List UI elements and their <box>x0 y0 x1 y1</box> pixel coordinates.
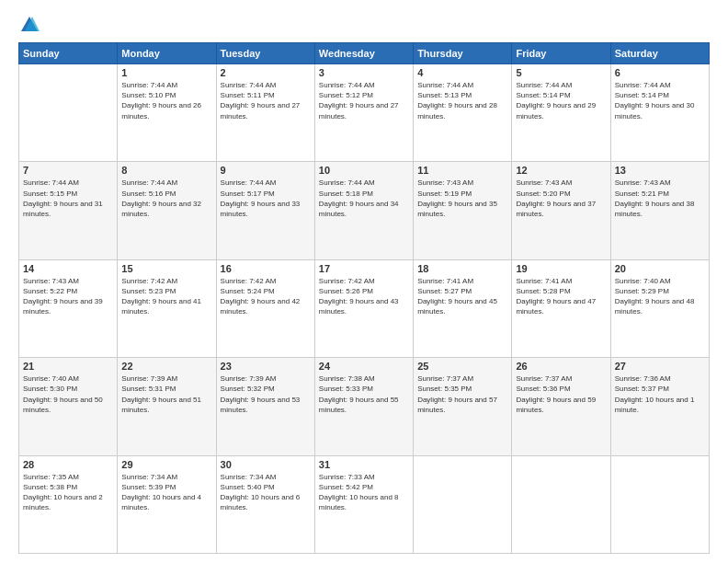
day-info: Sunrise: 7:44 AMSunset: 5:12 PMDaylight:… <box>319 80 409 121</box>
day-number: 9 <box>221 165 311 176</box>
day-number: 29 <box>121 459 211 470</box>
day-info: Sunrise: 7:43 AMSunset: 5:22 PMDaylight:… <box>23 276 113 317</box>
calendar-cell: 16Sunrise: 7:42 AMSunset: 5:24 PMDayligh… <box>216 259 314 357</box>
day-number: 23 <box>221 361 311 372</box>
day-info: Sunrise: 7:44 AMSunset: 5:10 PMDaylight:… <box>121 80 211 121</box>
day-number: 16 <box>221 263 311 274</box>
logo-text <box>18 15 40 33</box>
calendar-header-thursday: Thursday <box>414 43 512 64</box>
day-number: 1 <box>121 67 211 78</box>
day-info: Sunrise: 7:44 AMSunset: 5:15 PMDaylight:… <box>23 178 113 219</box>
calendar-cell: 5Sunrise: 7:44 AMSunset: 5:14 PMDaylight… <box>512 64 610 162</box>
day-number: 5 <box>516 67 606 78</box>
calendar-cell <box>414 455 512 553</box>
day-info: Sunrise: 7:41 AMSunset: 5:28 PMDaylight:… <box>516 276 606 317</box>
day-info: Sunrise: 7:34 AMSunset: 5:39 PMDaylight:… <box>121 472 211 513</box>
day-number: 21 <box>23 361 113 372</box>
day-number: 11 <box>417 165 507 176</box>
page: SundayMondayTuesdayWednesdayThursdayFrid… <box>0 0 728 563</box>
calendar-cell: 6Sunrise: 7:44 AMSunset: 5:14 PMDaylight… <box>610 64 709 162</box>
calendar-week-1: 1Sunrise: 7:44 AMSunset: 5:10 PMDaylight… <box>19 64 710 162</box>
calendar-cell: 7Sunrise: 7:44 AMSunset: 5:15 PMDaylight… <box>19 162 118 259</box>
calendar-cell: 1Sunrise: 7:44 AMSunset: 5:10 PMDaylight… <box>118 64 216 162</box>
logo <box>18 15 40 33</box>
calendar-cell: 23Sunrise: 7:39 AMSunset: 5:32 PMDayligh… <box>216 358 314 455</box>
day-info: Sunrise: 7:37 AMSunset: 5:35 PMDaylight:… <box>417 373 507 415</box>
day-number: 25 <box>417 361 507 372</box>
calendar-header-monday: Monday <box>118 43 216 64</box>
calendar-cell: 8Sunrise: 7:44 AMSunset: 5:16 PMDaylight… <box>118 162 216 259</box>
calendar-cell: 2Sunrise: 7:44 AMSunset: 5:11 PMDaylight… <box>216 64 314 162</box>
day-info: Sunrise: 7:39 AMSunset: 5:32 PMDaylight:… <box>221 373 311 415</box>
day-info: Sunrise: 7:44 AMSunset: 5:16 PMDaylight:… <box>121 178 211 219</box>
calendar-cell: 9Sunrise: 7:44 AMSunset: 5:17 PMDaylight… <box>216 162 314 259</box>
day-info: Sunrise: 7:44 AMSunset: 5:13 PMDaylight:… <box>417 80 507 121</box>
calendar-cell: 27Sunrise: 7:36 AMSunset: 5:37 PMDayligh… <box>610 358 709 455</box>
day-info: Sunrise: 7:37 AMSunset: 5:36 PMDaylight:… <box>516 373 606 415</box>
calendar-header-sunday: Sunday <box>19 43 118 64</box>
day-info: Sunrise: 7:42 AMSunset: 5:24 PMDaylight:… <box>221 276 311 317</box>
day-number: 19 <box>516 263 606 274</box>
calendar-cell: 25Sunrise: 7:37 AMSunset: 5:35 PMDayligh… <box>414 358 512 455</box>
calendar-cell: 28Sunrise: 7:35 AMSunset: 5:38 PMDayligh… <box>19 455 118 553</box>
day-number: 8 <box>121 165 211 176</box>
day-info: Sunrise: 7:40 AMSunset: 5:30 PMDaylight:… <box>23 373 113 415</box>
day-number: 13 <box>615 165 705 176</box>
day-info: Sunrise: 7:42 AMSunset: 5:23 PMDaylight:… <box>121 276 211 317</box>
day-info: Sunrise: 7:36 AMSunset: 5:37 PMDaylight:… <box>615 373 705 415</box>
day-info: Sunrise: 7:40 AMSunset: 5:29 PMDaylight:… <box>615 276 705 317</box>
calendar-cell: 11Sunrise: 7:43 AMSunset: 5:19 PMDayligh… <box>414 162 512 259</box>
day-number: 22 <box>121 361 211 372</box>
calendar-header-saturday: Saturday <box>610 43 709 64</box>
calendar-cell: 29Sunrise: 7:34 AMSunset: 5:39 PMDayligh… <box>118 455 216 553</box>
day-number: 14 <box>23 263 113 274</box>
day-info: Sunrise: 7:43 AMSunset: 5:21 PMDaylight:… <box>615 178 705 219</box>
calendar-body: 1Sunrise: 7:44 AMSunset: 5:10 PMDaylight… <box>19 64 710 554</box>
day-number: 18 <box>417 263 507 274</box>
calendar-cell <box>512 455 610 553</box>
calendar-cell: 26Sunrise: 7:37 AMSunset: 5:36 PMDayligh… <box>512 358 610 455</box>
day-info: Sunrise: 7:43 AMSunset: 5:20 PMDaylight:… <box>516 178 606 219</box>
calendar-cell <box>610 455 709 553</box>
logo-icon <box>19 15 40 33</box>
day-info: Sunrise: 7:43 AMSunset: 5:19 PMDaylight:… <box>417 178 507 219</box>
day-number: 6 <box>615 67 705 78</box>
day-number: 2 <box>221 67 311 78</box>
day-number: 28 <box>23 459 113 470</box>
calendar-cell: 4Sunrise: 7:44 AMSunset: 5:13 PMDaylight… <box>414 64 512 162</box>
calendar-cell: 15Sunrise: 7:42 AMSunset: 5:23 PMDayligh… <box>118 259 216 357</box>
day-number: 27 <box>615 361 705 372</box>
day-number: 31 <box>319 459 409 470</box>
calendar-cell: 21Sunrise: 7:40 AMSunset: 5:30 PMDayligh… <box>19 358 118 455</box>
day-info: Sunrise: 7:44 AMSunset: 5:18 PMDaylight:… <box>319 178 409 219</box>
calendar-cell <box>19 64 118 162</box>
calendar-cell: 19Sunrise: 7:41 AMSunset: 5:28 PMDayligh… <box>512 259 610 357</box>
day-info: Sunrise: 7:35 AMSunset: 5:38 PMDaylight:… <box>23 472 113 513</box>
calendar-cell: 14Sunrise: 7:43 AMSunset: 5:22 PMDayligh… <box>19 259 118 357</box>
day-info: Sunrise: 7:38 AMSunset: 5:33 PMDaylight:… <box>319 373 409 415</box>
day-number: 17 <box>319 263 409 274</box>
calendar-week-2: 7Sunrise: 7:44 AMSunset: 5:15 PMDaylight… <box>19 162 710 259</box>
day-number: 7 <box>23 165 113 176</box>
calendar-week-3: 14Sunrise: 7:43 AMSunset: 5:22 PMDayligh… <box>19 259 710 357</box>
calendar-week-4: 21Sunrise: 7:40 AMSunset: 5:30 PMDayligh… <box>19 358 710 455</box>
calendar-cell: 10Sunrise: 7:44 AMSunset: 5:18 PMDayligh… <box>314 162 413 259</box>
day-info: Sunrise: 7:44 AMSunset: 5:14 PMDaylight:… <box>516 80 606 121</box>
day-number: 30 <box>221 459 311 470</box>
day-number: 26 <box>516 361 606 372</box>
day-number: 20 <box>615 263 705 274</box>
day-number: 10 <box>319 165 409 176</box>
calendar-header-friday: Friday <box>512 43 610 64</box>
day-info: Sunrise: 7:44 AMSunset: 5:14 PMDaylight:… <box>615 80 705 121</box>
day-number: 15 <box>121 263 211 274</box>
day-number: 12 <box>516 165 606 176</box>
day-info: Sunrise: 7:41 AMSunset: 5:27 PMDaylight:… <box>417 276 507 317</box>
day-info: Sunrise: 7:42 AMSunset: 5:26 PMDaylight:… <box>319 276 409 317</box>
day-info: Sunrise: 7:33 AMSunset: 5:42 PMDaylight:… <box>319 472 409 513</box>
calendar-cell: 3Sunrise: 7:44 AMSunset: 5:12 PMDaylight… <box>314 64 413 162</box>
day-info: Sunrise: 7:44 AMSunset: 5:17 PMDaylight:… <box>221 178 311 219</box>
calendar-table: SundayMondayTuesdayWednesdayThursdayFrid… <box>18 42 710 554</box>
calendar-cell: 24Sunrise: 7:38 AMSunset: 5:33 PMDayligh… <box>314 358 413 455</box>
calendar-cell: 17Sunrise: 7:42 AMSunset: 5:26 PMDayligh… <box>314 259 413 357</box>
day-info: Sunrise: 7:34 AMSunset: 5:40 PMDaylight:… <box>221 472 311 513</box>
